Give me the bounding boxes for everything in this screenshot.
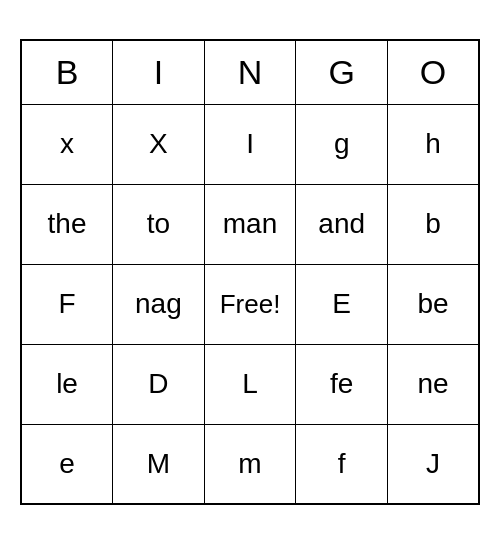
bingo-cell-2-2: Free! [204, 264, 296, 344]
bingo-cell-4-2: m [204, 424, 296, 504]
bingo-cell-4-4: J [388, 424, 480, 504]
header-cell-g: G [296, 40, 388, 104]
header-cell-o: O [388, 40, 480, 104]
bingo-row-0: xXIgh [21, 104, 479, 184]
bingo-cell-0-0: x [21, 104, 113, 184]
bingo-cell-3-2: L [204, 344, 296, 424]
bingo-row-4: eMmfJ [21, 424, 479, 504]
bingo-cell-1-2: man [204, 184, 296, 264]
bingo-row-2: FnagFree!Ebe [21, 264, 479, 344]
header-cell-b: B [21, 40, 113, 104]
bingo-cell-2-1: nag [113, 264, 205, 344]
bingo-cell-3-0: le [21, 344, 113, 424]
bingo-cell-2-0: F [21, 264, 113, 344]
bingo-cell-3-3: fe [296, 344, 388, 424]
bingo-card: BINGO xXIghthetomanandbFnagFree!EbeleDLf… [20, 39, 480, 505]
bingo-row-3: leDLfene [21, 344, 479, 424]
bingo-cell-0-4: h [388, 104, 480, 184]
bingo-cell-2-3: E [296, 264, 388, 344]
bingo-cell-4-1: M [113, 424, 205, 504]
bingo-cell-0-3: g [296, 104, 388, 184]
bingo-cell-3-1: D [113, 344, 205, 424]
bingo-cell-1-1: to [113, 184, 205, 264]
bingo-cell-1-0: the [21, 184, 113, 264]
bingo-body: xXIghthetomanandbFnagFree!EbeleDLfeneeMm… [21, 104, 479, 504]
bingo-cell-0-2: I [204, 104, 296, 184]
bingo-cell-1-3: and [296, 184, 388, 264]
bingo-cell-4-3: f [296, 424, 388, 504]
bingo-cell-4-0: e [21, 424, 113, 504]
bingo-cell-2-4: be [388, 264, 480, 344]
header-row: BINGO [21, 40, 479, 104]
bingo-cell-0-1: X [113, 104, 205, 184]
bingo-cell-1-4: b [388, 184, 480, 264]
bingo-row-1: thetomanandb [21, 184, 479, 264]
bingo-cell-3-4: ne [388, 344, 480, 424]
header-cell-i: I [113, 40, 205, 104]
header-cell-n: N [204, 40, 296, 104]
